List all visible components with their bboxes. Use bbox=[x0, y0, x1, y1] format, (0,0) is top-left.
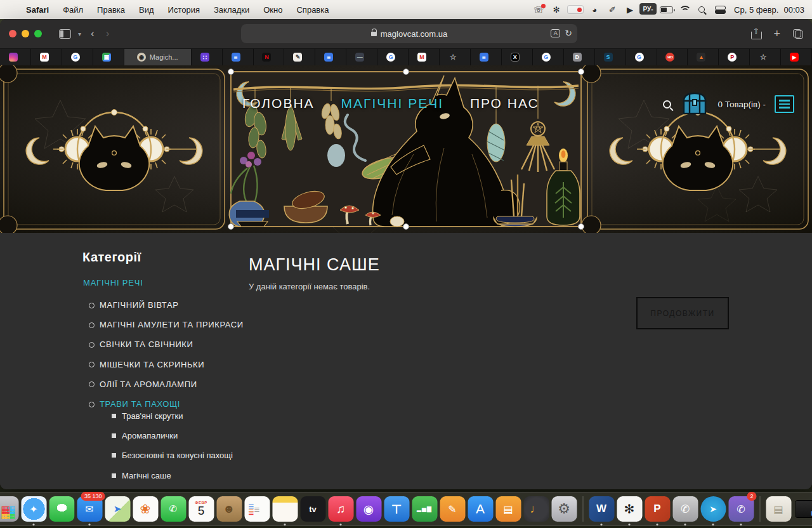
browser-tab[interactable]: ◉ Magich... bbox=[124, 49, 192, 65]
browser-tab[interactable]: ▶ bbox=[781, 49, 812, 65]
browser-tab[interactable]: ☆ bbox=[750, 49, 781, 65]
dock-item[interactable]: ♫ bbox=[328, 493, 354, 525]
minimize-window-button[interactable] bbox=[22, 30, 29, 37]
menubar-item[interactable]: Правка bbox=[90, 5, 132, 15]
browser-tab[interactable]: N bbox=[254, 49, 285, 65]
category-item[interactable]: МАГІЧНИЙ ВІВТАР bbox=[89, 295, 244, 315]
menubar-clock[interactable]: Ср, 5 февр. 00:03 bbox=[734, 5, 804, 15]
dock-item[interactable]: 35 130 ✉ bbox=[77, 493, 103, 525]
dock-item[interactable]: ⚙ bbox=[551, 493, 577, 525]
browser-tab[interactable]: S bbox=[595, 49, 626, 65]
dock-item[interactable]: P bbox=[645, 493, 671, 525]
dock-item[interactable] bbox=[579, 493, 587, 525]
dock-item[interactable]: ✆ bbox=[672, 493, 698, 525]
share-button[interactable] bbox=[751, 29, 761, 39]
status-icon[interactable]: ◕ bbox=[586, 3, 603, 16]
search-icon[interactable] bbox=[663, 100, 671, 109]
dock-item[interactable]: W bbox=[589, 493, 615, 525]
dock-item[interactable]: ◉ bbox=[356, 493, 382, 525]
browser-tab[interactable]: ∷ bbox=[192, 49, 223, 65]
dock-item[interactable]: ❀ bbox=[133, 493, 159, 525]
dock-item[interactable]: ⊤ bbox=[384, 493, 410, 525]
browser-tab[interactable]: M bbox=[409, 49, 440, 65]
new-tab-button[interactable]: + bbox=[773, 27, 780, 41]
nav-link[interactable]: ПРО НАС bbox=[470, 96, 539, 111]
dock-item[interactable]: ▤ bbox=[766, 493, 792, 525]
back-button[interactable]: ‹ bbox=[91, 27, 95, 40]
category-item[interactable]: ОЛІЇ ТА АРОМАЛАМПИ bbox=[89, 374, 244, 394]
browser-tab[interactable]: P bbox=[719, 49, 750, 65]
sidebar-toggle-button[interactable] bbox=[59, 29, 71, 39]
status-icon[interactable]: ✻ bbox=[548, 3, 565, 16]
status-icon[interactable]: ✐ bbox=[604, 3, 620, 16]
close-window-button[interactable] bbox=[9, 30, 16, 37]
address-bar[interactable]: maglovcat.com.ua A ↻ bbox=[241, 24, 577, 43]
reload-icon[interactable]: ↻ bbox=[565, 28, 572, 38]
continue-button[interactable]: ПРОДОВЖИТИ bbox=[636, 297, 729, 329]
status-icon[interactable] bbox=[566, 3, 585, 16]
browser-tab[interactable]: ≡ bbox=[223, 49, 254, 65]
subcategory-item[interactable]: Трав'яні скрутки bbox=[112, 406, 233, 426]
browser-tab[interactable]: G bbox=[377, 49, 409, 65]
dock-item[interactable]: tv bbox=[300, 493, 326, 525]
menubar-item[interactable]: Safari bbox=[19, 5, 56, 15]
subcategory-item[interactable]: Магічні саше bbox=[112, 466, 233, 485]
dock-item[interactable] bbox=[49, 493, 75, 525]
category-item[interactable]: МІШЕЧКИ ТА СКРИНЬКИ bbox=[89, 355, 244, 374]
menu-toggle-button[interactable] bbox=[775, 95, 794, 113]
dock-item[interactable]: ➤ bbox=[105, 493, 131, 525]
browser-tab[interactable]: HD bbox=[657, 49, 688, 65]
status-icon[interactable] bbox=[711, 3, 728, 16]
browser-tab[interactable]: ≡ bbox=[315, 49, 346, 65]
dock-item[interactable]: 2 ✆ bbox=[728, 493, 754, 525]
dock-item[interactable] bbox=[272, 493, 298, 525]
subcategory-item[interactable]: Безосновні та конусні пахощі bbox=[112, 446, 233, 465]
dock-item[interactable]: ➤ bbox=[700, 493, 726, 525]
browser-tab[interactable]: ☆ bbox=[440, 49, 471, 65]
browser-tab[interactable]: G bbox=[626, 49, 657, 65]
menubar-item[interactable]: Окно bbox=[256, 5, 289, 15]
category-item[interactable]: МАГІЧНІ АМУЛЕТИ ТА ПРИКРАСИ bbox=[89, 315, 244, 334]
nav-link[interactable]: МАГІЧНІ РЕЧІ bbox=[341, 96, 443, 111]
status-icon[interactable]: ▶ bbox=[622, 3, 638, 16]
browser-tab[interactable]: ✎ bbox=[284, 49, 315, 65]
browser-tab[interactable]: ≡ bbox=[471, 49, 502, 65]
browser-tab[interactable]: X bbox=[502, 49, 533, 65]
status-icon[interactable]: ☏ bbox=[530, 3, 547, 16]
menubar-item[interactable]: Вид bbox=[132, 5, 161, 15]
browser-tab[interactable]: M bbox=[31, 49, 62, 65]
dock-item[interactable]: ♩ bbox=[523, 493, 549, 525]
category-item[interactable]: СВІЧКИ ТА СВІЧНИКИ bbox=[89, 334, 244, 354]
translate-icon[interactable]: A bbox=[551, 29, 560, 37]
browser-tab[interactable]: D bbox=[564, 49, 595, 65]
menubar-item[interactable]: Справка bbox=[289, 5, 336, 15]
menubar-item[interactable]: Закладки bbox=[207, 5, 256, 15]
menubar-item[interactable]: История bbox=[161, 5, 207, 15]
status-icon[interactable]: РУ- bbox=[639, 3, 657, 15]
dock-item[interactable]: ▦ bbox=[0, 493, 19, 525]
status-icon[interactable] bbox=[693, 3, 710, 16]
dock-item[interactable]: ✎ bbox=[440, 493, 466, 525]
browser-tab[interactable]: ▲ bbox=[688, 49, 719, 65]
dock-item[interactable]: ▤ bbox=[495, 493, 521, 525]
browser-tab[interactable]: ▣ bbox=[93, 49, 124, 65]
sidebar-chevron-icon[interactable]: ▾ bbox=[78, 30, 81, 37]
status-icon[interactable] bbox=[676, 3, 692, 16]
dock-item[interactable] bbox=[756, 493, 764, 525]
dock-item[interactable]: ✻ bbox=[617, 493, 643, 525]
subcategory-item[interactable]: Аромапалички bbox=[112, 426, 233, 446]
sidebar-root-category-link[interactable]: МАГІЧНІ РЕЧІ bbox=[83, 278, 143, 287]
cart-summary[interactable]: 0 Товар(ів) - bbox=[718, 100, 766, 109]
dock-item[interactable] bbox=[794, 493, 812, 525]
zoom-window-button[interactable] bbox=[34, 30, 42, 37]
dock-item[interactable]: ▂▅▇ bbox=[412, 493, 438, 525]
dock-item[interactable]: ФЕВР 5 bbox=[188, 493, 214, 525]
tab-overview-button[interactable] bbox=[793, 29, 803, 39]
dock-item[interactable]: ≡ bbox=[244, 493, 270, 525]
treasure-chest-icon[interactable] bbox=[680, 91, 709, 117]
status-icon[interactable] bbox=[658, 3, 674, 16]
dock-item[interactable]: ☻ bbox=[216, 493, 242, 525]
menubar-item[interactable]: Файл bbox=[56, 5, 90, 15]
browser-tab[interactable]: G bbox=[533, 49, 564, 65]
nav-link[interactable]: ГОЛОВНА bbox=[242, 96, 315, 111]
